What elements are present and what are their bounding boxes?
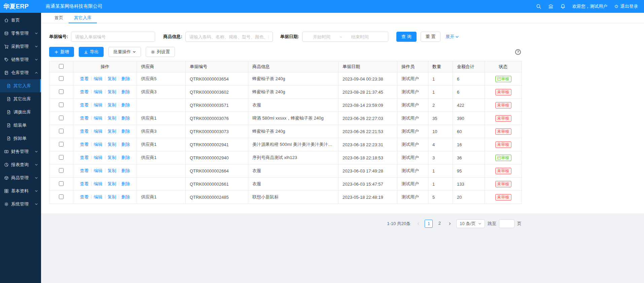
copy-link[interactable]: 复制 (108, 116, 116, 121)
start-date-input[interactable] (305, 34, 339, 39)
sidebar-item-assembly[interactable]: 组装单 (0, 119, 41, 132)
edit-link[interactable]: 编辑 (94, 89, 103, 94)
sidebar-item-disassembly[interactable]: 拆卸单 (0, 132, 41, 145)
sidebar-item-other-inbound[interactable]: 其它入库 (0, 79, 41, 92)
edit-link[interactable]: 编辑 (94, 155, 103, 160)
sidebar-item-finance[interactable]: 财务管理 (0, 145, 41, 158)
delete-link[interactable]: 删除 (121, 142, 130, 147)
edit-link[interactable]: 编辑 (94, 194, 103, 199)
add-button[interactable]: 新增 (49, 47, 74, 57)
sidebar-item-other-outbound[interactable]: 其它出库 (0, 92, 41, 105)
actions-cell: 查看编辑复制删除 (73, 191, 137, 204)
edit-link[interactable]: 编辑 (94, 181, 103, 186)
delete-link[interactable]: 删除 (121, 181, 130, 186)
delete-link[interactable]: 删除 (121, 194, 130, 199)
bill-no-cell: QTRK00000003602 (186, 86, 248, 99)
status-badge: 未审核 (495, 181, 511, 187)
row-checkbox[interactable] (59, 116, 64, 120)
search-icon[interactable] (536, 4, 541, 9)
copy-link[interactable]: 复制 (108, 76, 116, 81)
export-button[interactable]: 导出 (79, 47, 104, 57)
logout-button[interactable]: 退出登录 (614, 3, 638, 9)
help-icon[interactable]: ? (515, 49, 521, 55)
tab-other-inbound[interactable]: 其它入库 (69, 13, 97, 23)
sidebar-item-purchase[interactable]: 采购管理 (0, 40, 41, 53)
goods-cell: 蜂蜜柚子茶 240g (248, 72, 338, 86)
delete-link[interactable]: 删除 (121, 102, 130, 107)
row-checkbox[interactable] (59, 76, 64, 81)
date-range-picker[interactable]: ~ (302, 32, 388, 42)
column-settings-button[interactable]: 列设置 (146, 47, 175, 57)
search-button[interactable]: 查 询 (396, 32, 417, 42)
row-checkbox[interactable] (59, 168, 64, 173)
sidebar-item-report[interactable]: 报表查询 (0, 158, 41, 171)
expand-link[interactable]: 展开 (445, 34, 459, 40)
delete-link[interactable]: 删除 (121, 129, 130, 134)
view-link[interactable]: 查看 (80, 116, 89, 121)
view-link[interactable]: 查看 (80, 89, 89, 94)
page-button-2[interactable]: 2 (435, 220, 443, 228)
edit-link[interactable]: 编辑 (94, 129, 103, 134)
prev-page-button[interactable] (415, 220, 422, 228)
sidebar-item-system[interactable]: 系统管理 (0, 197, 41, 211)
row-checkbox[interactable] (59, 102, 64, 107)
view-link[interactable]: 查看 (80, 168, 89, 173)
page-size-select[interactable]: 10 条/页 (456, 219, 485, 228)
delete-link[interactable]: 删除 (121, 116, 130, 121)
jump-page-input[interactable] (499, 219, 514, 228)
copy-link[interactable]: 复制 (108, 142, 116, 147)
sidebar-item-sales[interactable]: 销售管理 (0, 53, 41, 66)
select-all-checkbox[interactable] (59, 64, 64, 69)
view-link[interactable]: 查看 (80, 194, 89, 199)
tab-home[interactable]: 首页 (49, 13, 69, 23)
copy-link[interactable]: 复制 (108, 181, 116, 186)
delete-link[interactable]: 删除 (121, 76, 130, 81)
sidebar-item-goods[interactable]: 商品管理 (0, 171, 41, 184)
sidebar-item-basic-data[interactable]: 基本资料 (0, 184, 41, 197)
row-checkbox[interactable] (59, 142, 64, 147)
view-link[interactable]: 查看 (80, 76, 89, 81)
goods-info-input[interactable] (185, 32, 273, 42)
row-checkbox[interactable] (59, 129, 64, 133)
bill-no-input[interactable] (71, 32, 155, 42)
divider (91, 155, 92, 159)
view-link[interactable]: 查看 (80, 142, 89, 147)
edit-link[interactable]: 编辑 (94, 76, 103, 81)
copy-link[interactable]: 复制 (108, 129, 116, 134)
sidebar-item-warehouse[interactable]: 仓库管理 (0, 66, 41, 79)
row-checkbox[interactable] (59, 155, 64, 160)
view-link[interactable]: 查看 (80, 102, 89, 107)
row-checkbox[interactable] (59, 194, 64, 199)
next-page-button[interactable] (446, 220, 454, 228)
sidebar-item-home[interactable]: 首页 (0, 13, 41, 27)
row-checkbox[interactable] (59, 89, 64, 94)
edit-link[interactable]: 编辑 (94, 116, 103, 121)
delete-link[interactable]: 删除 (121, 168, 130, 173)
edit-link[interactable]: 编辑 (94, 168, 103, 173)
delete-link[interactable]: 删除 (121, 89, 130, 94)
col-header-status: 状态 (485, 61, 522, 72)
delete-link[interactable]: 删除 (121, 155, 130, 160)
end-date-input[interactable] (343, 34, 377, 39)
copy-link[interactable]: 复制 (108, 168, 116, 173)
view-link[interactable]: 查看 (80, 181, 89, 186)
copy-link[interactable]: 复制 (108, 102, 116, 107)
page-button-1[interactable]: 1 (425, 220, 433, 228)
copy-link[interactable]: 复制 (108, 155, 116, 160)
reset-button[interactable]: 重 置 (421, 32, 441, 42)
batch-actions-button[interactable]: 批量操作 (108, 47, 141, 57)
divider (105, 76, 105, 81)
divider (119, 90, 119, 94)
row-checkbox[interactable] (59, 181, 64, 186)
view-link[interactable]: 查看 (80, 155, 89, 160)
sidebar-item-retail[interactable]: 零售管理 (0, 27, 41, 40)
copy-link[interactable]: 复制 (108, 89, 116, 94)
edit-link[interactable]: 编辑 (94, 102, 103, 107)
view-link[interactable]: 查看 (80, 129, 89, 134)
sidebar-item-transfer-outbound[interactable]: 调拨出库 (0, 105, 41, 119)
edit-link[interactable]: 编辑 (94, 142, 103, 147)
platform-icon[interactable] (548, 4, 553, 9)
copy-link[interactable]: 复制 (108, 194, 116, 199)
notification-icon[interactable] (560, 4, 566, 9)
status-badge: 未审核 (495, 168, 511, 174)
